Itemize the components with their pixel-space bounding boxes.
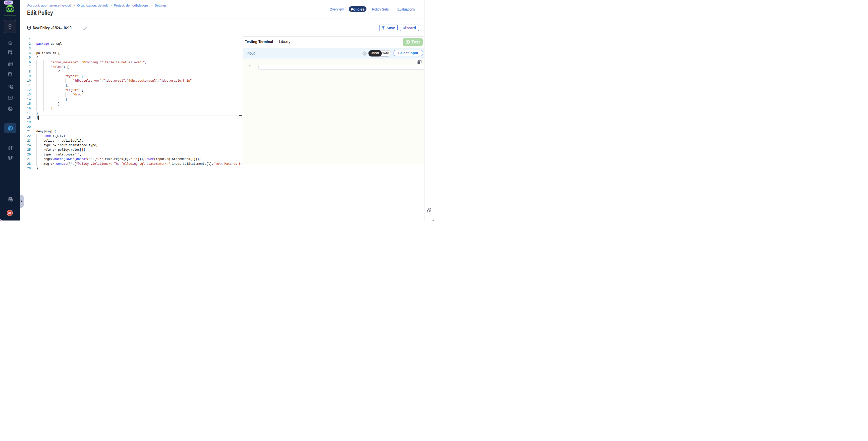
svg-text:?: ? xyxy=(9,197,11,200)
